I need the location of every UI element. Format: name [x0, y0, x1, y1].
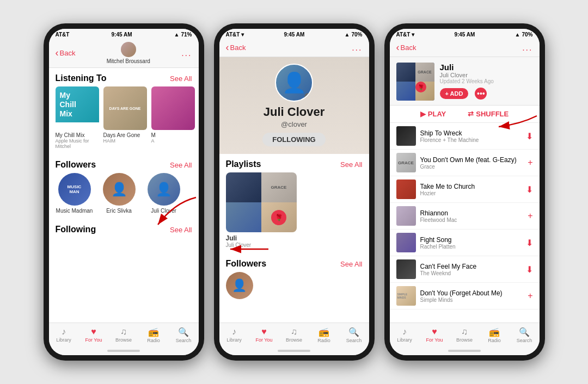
p3t3	[396, 82, 415, 101]
playlist-thumb-3: GRACE 🌹	[396, 63, 434, 101]
more-button-1[interactable]: ...	[181, 48, 192, 58]
status-right-3: ▲ 70%	[515, 32, 533, 38]
tab-foryou-2[interactable]: ♥ For You	[249, 327, 279, 343]
follower-juli[interactable]: 👤 Juli Clover	[145, 173, 183, 214]
phone-1: AT&T 9:45 AM ▲ 71% Back Mitchel Broussar…	[44, 23, 204, 361]
album-item-3[interactable]: M A	[151, 86, 195, 149]
carrier-3: AT&T ▾	[396, 32, 415, 38]
phone-3-screen: AT&T ▾ 9:45 AM ▲ 70% Back ... GRACE	[390, 29, 540, 355]
tab-foryou-1[interactable]: ♥ For You	[79, 327, 109, 343]
back-button-3[interactable]: Back	[396, 42, 416, 53]
album-item-haim[interactable]: DAYS ARE GONE Days Are Gone HAIM	[103, 86, 147, 149]
search-label-2: Search	[346, 338, 362, 343]
track-item-4[interactable]: Rhiannon Fleetwood Mac +	[390, 203, 540, 230]
library-label-1: Library	[56, 337, 71, 343]
search-icon-2: 🔍	[348, 327, 359, 337]
following-button-2[interactable]: FOLLOWING	[262, 133, 325, 146]
add-button-3[interactable]: + ADD	[440, 88, 469, 99]
track-item-2[interactable]: GRACE You Don't Own Me (feat. G-Eazy) Gr…	[390, 150, 540, 176]
pc2: GRACE	[261, 172, 297, 202]
track-action-2[interactable]: +	[528, 158, 532, 168]
listening-to-header: Listening To See All	[49, 68, 199, 86]
follower-avatar-2a: 👤	[226, 272, 253, 299]
tab-library-1[interactable]: ♪ Library	[49, 327, 79, 343]
home-bar-3	[448, 350, 481, 352]
more-button-3[interactable]: ...	[522, 43, 532, 53]
play-button-3[interactable]: ▶ PLAY	[420, 110, 446, 118]
tab-browse-3[interactable]: ♫ Browse	[450, 327, 480, 343]
shuffle-button-3[interactable]: ⇄ SHUFFLE	[468, 110, 509, 118]
tab-library-2[interactable]: ♪ Library	[219, 327, 249, 343]
status-right-2: ▲ 70%	[345, 32, 363, 38]
track-item-5[interactable]: Fight Song Rachel Platten ⬇	[390, 230, 540, 256]
tab-library-3[interactable]: ♪ Library	[390, 327, 420, 343]
track-item-6[interactable]: Can't Feel My Face The Weeknd ⬇	[390, 256, 540, 283]
playlist-card-inner: GRACE 🌹	[226, 172, 297, 232]
album-art-3	[151, 86, 195, 130]
tab-browse-1[interactable]: ♫ Browse	[109, 327, 139, 343]
track-artist-1: Florence + The Machine	[420, 137, 522, 143]
tab-bar-3: ♪ Library ♥ For You ♫ Browse 📻 Radio 🔍	[390, 323, 540, 346]
tab-radio-1[interactable]: 📻 Radio	[139, 327, 169, 343]
browse-icon-3: ♫	[461, 327, 468, 337]
playlist-subtitle-3: Juli Clover	[440, 72, 533, 78]
playlist-more-button-3[interactable]: •••	[475, 88, 487, 100]
back-button-1[interactable]: Back	[56, 47, 76, 59]
followers-label: Followers	[56, 160, 96, 170]
tab-search-1[interactable]: 🔍 Search	[169, 327, 199, 343]
track-action-5[interactable]: ⬇	[526, 238, 533, 248]
phone-3-shell: AT&T ▾ 9:45 AM ▲ 70% Back ... GRACE	[384, 23, 545, 361]
track-artist-5: Rachel Platten	[420, 244, 522, 250]
track-info-3: Take Me to Church Hozier	[420, 183, 522, 196]
track-action-4[interactable]: +	[528, 211, 532, 221]
phone-2-content: Playlists See All GRACE 🌹	[219, 154, 369, 323]
playlists-see-all[interactable]: See All	[340, 160, 362, 169]
followers-row-2: 👤	[219, 272, 369, 299]
tab-search-3[interactable]: 🔍 Search	[510, 327, 540, 343]
track-info-5: Fight Song Rachel Platten	[420, 236, 522, 250]
back-button-2[interactable]: Back	[226, 42, 246, 53]
p3t1	[396, 63, 415, 82]
nav-profile: Mitchel Broussard	[107, 42, 150, 64]
search-icon-3: 🔍	[519, 327, 530, 337]
tab-foryou-3[interactable]: ♥ For You	[420, 327, 450, 343]
following-see-all[interactable]: See All	[170, 226, 192, 234]
browse-icon-1: ♫	[120, 327, 127, 337]
track-thumb-5	[396, 233, 416, 252]
battery-3: 70%	[522, 32, 532, 38]
track-item-3[interactable]: Take Me to Church Hozier ⬇	[390, 176, 540, 203]
library-icon-3: ♪	[402, 327, 407, 337]
p3t2: GRACE	[415, 63, 434, 82]
more-button-2[interactable]: ...	[352, 43, 362, 53]
album-name-haim: Days Are Gone	[103, 132, 147, 138]
tab-search-2[interactable]: 🔍 Search	[339, 327, 369, 343]
track-action-7[interactable]: +	[528, 291, 532, 301]
album-item-chill[interactable]: MyChillMix My Chill Mix Apple Music for …	[56, 86, 99, 149]
track-action-3[interactable]: ⬇	[526, 184, 533, 195]
track-item-7[interactable]: SIMPLE MINDS Don't You (Forget About Me)…	[390, 283, 540, 309]
track-action-1[interactable]: ⬇	[526, 131, 533, 141]
carrier-1: AT&T	[56, 32, 70, 38]
lock-icon-2: 🔒	[304, 93, 312, 101]
search-label-1: Search	[176, 338, 192, 343]
listening-to-see-all[interactable]: See All	[170, 75, 192, 83]
tab-browse-2[interactable]: ♫ Browse	[279, 327, 309, 343]
track-action-6[interactable]: ⬇	[526, 264, 533, 275]
library-icon-1: ♪	[62, 327, 66, 337]
followers-see-all[interactable]: See All	[170, 161, 192, 169]
track-name-3: Take Me to Church	[420, 183, 522, 190]
play-icon-3: ▶	[420, 110, 426, 118]
followers-see-all-2[interactable]: See All	[340, 260, 362, 268]
playlist-updated-3: Updated 2 Weeks Ago	[440, 78, 533, 84]
track-item-1[interactable]: Ship To Wreck Florence + The Machine ⬇	[390, 123, 540, 150]
phone-1-shell: AT&T 9:45 AM ▲ 71% Back Mitchel Broussar…	[44, 23, 204, 361]
follower-eric[interactable]: 👤 Eric Slivka	[100, 173, 138, 214]
follower-music-madman[interactable]: MUSICMAN Music Madman	[56, 173, 94, 214]
browse-label-3: Browse	[456, 337, 473, 343]
tab-radio-3[interactable]: 📻 Radio	[480, 327, 510, 343]
playlist-card-juli[interactable]: GRACE 🌹	[226, 172, 297, 232]
tab-radio-2[interactable]: 📻 Radio	[309, 327, 339, 343]
carrier-2: AT&T ▾	[226, 32, 244, 38]
profile-name-2: Juli Clover	[264, 105, 324, 119]
pc1	[226, 172, 261, 202]
